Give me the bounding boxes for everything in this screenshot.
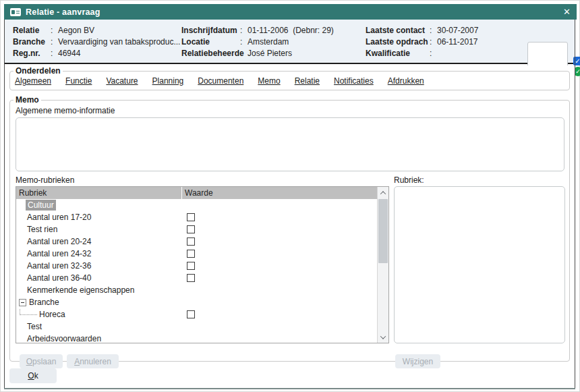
table-row[interactable]: Arbeidsvoorwaarden	[16, 333, 377, 343]
rubriek-row-label: Test rien	[27, 225, 57, 234]
rubriek-row-label: Horeca	[39, 310, 65, 319]
window-border-bottom	[4, 388, 575, 389]
header-field: Reg.nr.:46944	[13, 48, 180, 59]
rubriek-textarea[interactable]	[394, 186, 565, 343]
field-value: 06-11-2017	[437, 36, 478, 48]
field-value: 01-11-2006 (Debnr: 29)	[248, 25, 334, 36]
header-col-1: Relatie:Aegon BVBranche:Vervaardiging va…	[13, 25, 180, 59]
rubriek-row-label: Arbeidsvoorwaarden	[27, 334, 101, 343]
table-row[interactable]: Branche	[16, 296, 377, 308]
table-row[interactable]: Test rien	[16, 223, 377, 235]
waarde-checkbox[interactable]	[187, 250, 195, 258]
tab-algemeen[interactable]: Algemeen	[15, 76, 51, 86]
table-row[interactable]: Test	[16, 320, 377, 333]
rubriek-table-rows: CultuurAantal uren 17-20Test rienAantal …	[16, 199, 377, 343]
field-colon: :	[430, 25, 434, 36]
rubriek-row-label: Test	[27, 322, 42, 331]
relatie-aanvraag-dialog: Relatie - aanvraag ✕ Relatie:Aegon BVBra…	[0, 0, 580, 392]
tab-vacature[interactable]: Vacature	[106, 76, 138, 86]
minus-expander-icon[interactable]	[19, 299, 26, 306]
tab-planning[interactable]: Planning	[152, 76, 184, 86]
field-colon: :	[240, 25, 244, 36]
annuleren-button[interactable]: Annuleren	[67, 354, 119, 368]
onderdelen-legend: Onderdelen	[13, 66, 63, 76]
field-colon: :	[430, 48, 434, 59]
tab-functie[interactable]: Functie	[65, 76, 92, 86]
waarde-checkbox[interactable]	[187, 274, 195, 282]
tab-afdrukken[interactable]: Afdrukken	[388, 76, 424, 86]
field-colon: :	[51, 48, 55, 59]
waarde-checkbox[interactable]	[187, 237, 195, 246]
field-label: Reg.nr.	[13, 48, 51, 59]
field-value: José Pieters	[248, 48, 292, 59]
rubriek-row-label: Aantal uren 32-36	[27, 261, 91, 271]
header-field: Kwalificatie:	[366, 48, 478, 59]
scrollbar-thumb[interactable]	[378, 199, 388, 263]
header-field: Relatie:Aegon BV	[13, 25, 180, 36]
ok-button[interactable]: Ok	[9, 368, 57, 383]
waarde-checkbox[interactable]	[187, 225, 195, 233]
rubriek-row-label: Kenmerkende eigenschappen	[27, 285, 134, 295]
relation-header: Relatie:Aegon BVBranche:Vervaardiging va…	[5, 20, 575, 64]
tab-documenten[interactable]: Documenten	[198, 76, 243, 86]
table-row[interactable]: Aantal uren 36-40	[16, 272, 377, 284]
field-label: Laatste contact	[366, 25, 430, 36]
table-row[interactable]: Cultuur	[16, 199, 377, 211]
relation-card-icon	[10, 8, 21, 16]
window-title: Relatie - aanvraag	[26, 7, 100, 17]
tree-connector	[20, 309, 37, 315]
header-field: Laatste contact:30-07-2007	[366, 25, 478, 36]
chevron-up-icon[interactable]	[378, 187, 388, 198]
header-field: Locatie:Amsterdam	[181, 36, 334, 48]
field-value: Amsterdam	[248, 36, 289, 48]
field-colon: :	[430, 36, 434, 48]
dialog-content: Onderdelen AlgemeenFunctieVacaturePlanni…	[5, 65, 575, 388]
field-value: Vervaardiging van tabaksproduc...	[58, 36, 180, 48]
table-row[interactable]: Aantal uren 32-36	[16, 260, 377, 272]
column-header-waarde[interactable]: Waarde	[182, 187, 377, 199]
field-label: Relatie	[13, 25, 51, 36]
table-row[interactable]: Aantal uren 24-32	[16, 248, 377, 260]
opslaan-button[interactable]: Opslaan	[20, 354, 63, 368]
chevron-down-icon[interactable]	[378, 331, 388, 343]
field-label: Branche	[13, 36, 51, 48]
header-field: Relatiebeheerde:José Pieters	[181, 48, 334, 59]
header-field: Branche:Vervaardiging van tabaksproduc..…	[13, 36, 180, 48]
waarde-checkbox[interactable]	[187, 262, 195, 270]
tab-notificaties[interactable]: Notificaties	[334, 76, 374, 86]
header-field: Inschrijfdatum:01-11-2006 (Debnr: 29)	[181, 25, 334, 36]
field-label: Laatste opdrach	[366, 36, 430, 48]
table-row[interactable]: Aantal uren 17-20	[16, 211, 377, 223]
title-bar: Relatie - aanvraag ✕	[4, 4, 577, 20]
table-row[interactable]: Horeca	[16, 308, 377, 320]
rubriek-row-label: Aantal uren 17-20	[27, 213, 91, 222]
waarde-checkbox[interactable]	[187, 213, 195, 221]
tab-relatie[interactable]: Relatie	[295, 76, 320, 86]
rubriek-label: Rubriek:	[394, 175, 424, 185]
rubrieken-table: Rubriek Waarde CultuurAantal uren 17-20T…	[16, 186, 389, 343]
memo-group: Memo Algemene memo-informatie Memo-rubri…	[9, 95, 570, 362]
rubriek-row-label: Aantal uren 20-24	[27, 237, 91, 246]
table-scrollbar[interactable]	[377, 187, 388, 343]
close-icon[interactable]: ✕	[563, 7, 571, 16]
tab-memo[interactable]: Memo	[258, 76, 280, 86]
table-row[interactable]: Aantal uren 20-24	[16, 235, 377, 248]
field-colon: :	[240, 36, 244, 48]
memo-info-label: Algemene memo-informatie	[16, 106, 115, 115]
table-row[interactable]: Kenmerkende eigenschappen	[16, 284, 377, 296]
onderdelen-tabs: AlgemeenFunctieVacaturePlanningDocumente…	[10, 76, 569, 86]
field-label: Locatie	[181, 36, 240, 48]
column-header-rubriek[interactable]: Rubriek	[16, 187, 182, 199]
table-header-row: Rubriek Waarde	[16, 187, 377, 199]
field-value: 30-07-2007	[437, 25, 478, 36]
header-field: Laatste opdrach:06-11-2017	[366, 36, 478, 48]
field-colon: :	[240, 48, 244, 59]
window-border-right	[575, 20, 575, 388]
memo-info-textarea[interactable]	[16, 117, 564, 171]
field-label: Inschrijfdatum	[181, 25, 240, 36]
waarde-checkbox[interactable]	[187, 310, 195, 318]
field-value: Aegon BV	[58, 25, 94, 36]
field-colon: :	[51, 36, 55, 48]
wijzigen-button[interactable]: Wijzigen	[395, 354, 440, 368]
field-label: Kwalificatie	[366, 48, 430, 59]
